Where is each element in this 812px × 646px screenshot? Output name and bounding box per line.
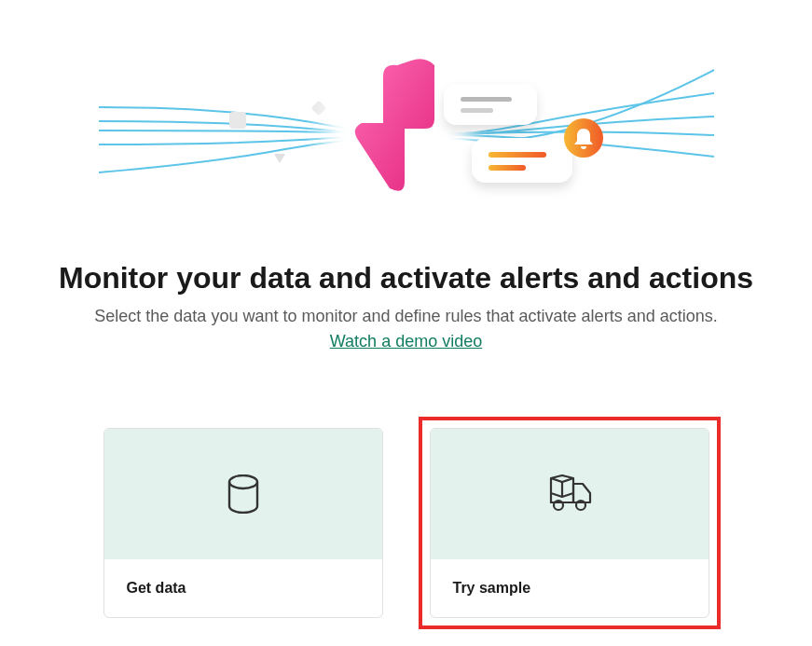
bell-icon — [564, 118, 603, 158]
get-data-card-wrapper: Get data — [92, 417, 394, 629]
watch-demo-link[interactable]: Watch a demo video — [330, 332, 482, 351]
svg-rect-1 — [310, 101, 326, 117]
svg-rect-6 — [461, 108, 493, 113]
try-sample-icon-area — [431, 429, 709, 559]
try-sample-card-wrapper: Try sample — [419, 417, 721, 629]
hero-illustration — [99, 19, 714, 224]
get-data-label: Get data — [104, 559, 382, 617]
try-sample-label: Try sample — [431, 559, 709, 617]
svg-rect-9 — [489, 165, 526, 171]
delivery-truck-icon — [545, 474, 594, 514]
notification-card-icon — [444, 84, 537, 125]
option-cards: Get data T — [92, 417, 721, 629]
svg-point-11 — [229, 475, 257, 488]
svg-rect-7 — [472, 138, 572, 183]
svg-rect-4 — [444, 84, 537, 125]
svg-rect-8 — [489, 152, 546, 158]
svg-rect-0 — [229, 112, 246, 129]
get-data-icon-area — [104, 429, 382, 559]
page-heading: Monitor your data and activate alerts an… — [59, 261, 753, 296]
get-data-card[interactable]: Get data — [103, 428, 383, 618]
try-sample-card[interactable]: Try sample — [430, 428, 709, 618]
notification-card-icon — [472, 138, 572, 183]
page-subheading: Select the data you want to monitor and … — [94, 307, 717, 326]
database-icon — [226, 474, 261, 514]
svg-rect-5 — [461, 97, 512, 102]
